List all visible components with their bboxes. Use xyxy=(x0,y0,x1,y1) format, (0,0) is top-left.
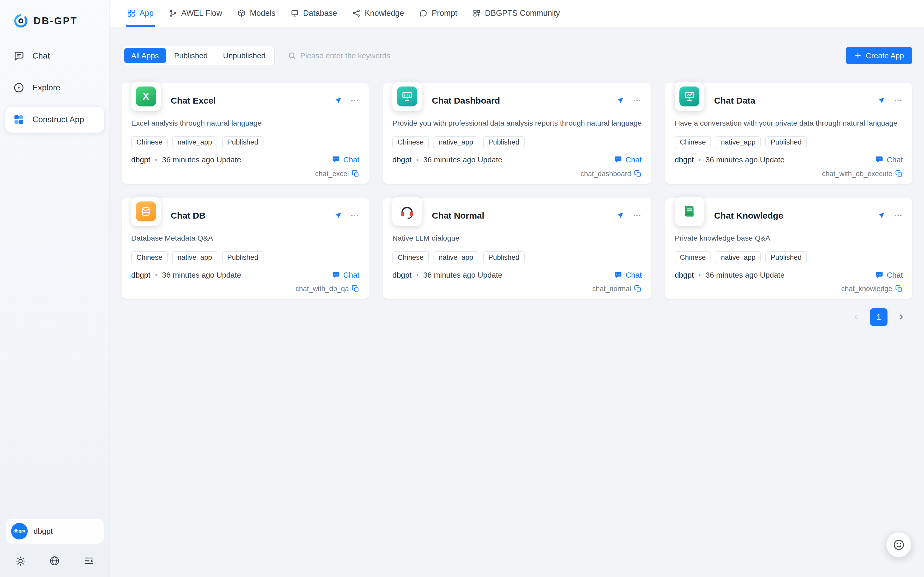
tab-dbgpts-community[interactable]: DBGPTS Community xyxy=(465,0,567,27)
top-navigation: App AWEL Flow Models Database xyxy=(110,0,924,27)
card-header: Chat DB xyxy=(131,205,360,226)
app-icon-frame xyxy=(131,197,161,226)
tag: Published xyxy=(222,251,264,263)
tag: native_app xyxy=(716,136,761,148)
app-code-row: chat_normal xyxy=(392,285,642,293)
prev-page-icon[interactable] xyxy=(848,308,865,326)
app-updated: 36 minutes ago Update xyxy=(423,155,502,164)
more-menu-icon[interactable] xyxy=(632,96,642,105)
tab-knowledge[interactable]: Knowledge xyxy=(345,0,412,27)
flow-branch-icon xyxy=(169,9,177,17)
sidebar-item-explore[interactable]: Explore xyxy=(5,75,104,101)
sidebar-item-construct-app[interactable]: Construct App xyxy=(5,107,104,132)
card-header: Chat Knowledge xyxy=(675,205,903,226)
language-globe-icon[interactable] xyxy=(49,555,60,566)
app-description: Provide you with professional data analy… xyxy=(392,119,642,127)
tag-list: Chinese native_app Published xyxy=(131,136,360,148)
copy-icon[interactable] xyxy=(352,170,360,178)
filter-all-apps[interactable]: All Apps xyxy=(124,48,166,63)
app-code: chat_normal xyxy=(592,285,631,293)
tag: Chinese xyxy=(131,136,167,148)
tag: Published xyxy=(222,136,264,148)
more-menu-icon[interactable] xyxy=(632,211,642,220)
tag: native_app xyxy=(434,251,479,263)
card-actions xyxy=(616,96,642,105)
separator: • xyxy=(155,156,157,164)
app-description: Database Metadata Q&A xyxy=(131,234,360,242)
tab-database[interactable]: Database xyxy=(283,0,345,27)
sidebar-footer xyxy=(0,547,109,577)
chat-button[interactable]: Chat xyxy=(614,271,642,279)
cube-icon xyxy=(237,9,246,17)
theme-toggle-icon[interactable] xyxy=(15,556,26,566)
app-code: chat_dashboard xyxy=(580,170,631,178)
app-icon-frame xyxy=(675,197,704,226)
card-header: Chat Normal xyxy=(392,205,642,226)
copy-icon[interactable] xyxy=(895,170,903,178)
create-app-button[interactable]: Create App xyxy=(846,47,912,64)
more-menu-icon[interactable] xyxy=(893,211,903,220)
page-number[interactable]: 1 xyxy=(870,308,887,326)
filter-published[interactable]: Published xyxy=(167,48,215,63)
tag: native_app xyxy=(434,136,479,148)
sidebar-item-chat[interactable]: Chat xyxy=(5,43,104,69)
chat-button[interactable]: Chat xyxy=(614,155,642,164)
share-pointer-icon[interactable] xyxy=(616,96,625,105)
share-pointer-icon[interactable] xyxy=(877,96,886,105)
tag-list: Chinese native_app Published xyxy=(675,136,903,148)
app-updated: 36 minutes ago Update xyxy=(162,271,241,279)
share-pointer-icon[interactable] xyxy=(616,211,625,220)
filter-unpublished[interactable]: Unpublished xyxy=(216,48,273,63)
tab-prompt[interactable]: Prompt xyxy=(412,0,465,27)
more-menu-icon[interactable] xyxy=(350,96,359,105)
collapse-sidebar-icon[interactable] xyxy=(83,555,94,566)
tag: native_app xyxy=(172,136,217,148)
brand-logo: DB-GPT xyxy=(0,0,109,43)
chat-button[interactable]: Chat xyxy=(875,155,903,164)
share-network-icon xyxy=(352,9,360,17)
copy-icon[interactable] xyxy=(895,285,903,293)
share-pointer-icon[interactable] xyxy=(877,211,886,220)
tab-app[interactable]: App xyxy=(120,0,161,27)
tag-list: Chinese native_app Published xyxy=(392,251,642,263)
chat-button[interactable]: Chat xyxy=(331,271,360,279)
tag: Published xyxy=(483,251,525,263)
tag: Published xyxy=(765,251,807,263)
knowledge-book-app-icon xyxy=(680,201,699,221)
more-menu-icon[interactable] xyxy=(893,96,903,105)
app-title: Chat Normal xyxy=(432,211,484,221)
chat-button[interactable]: Chat xyxy=(331,155,360,164)
app-card-chat-db: Chat DB Database Metadata Q&A Chinese na… xyxy=(122,198,369,299)
user-profile[interactable]: dbgpt dbgpt xyxy=(6,519,104,543)
tag-list: Chinese native_app Published xyxy=(675,251,903,263)
more-menu-icon[interactable] xyxy=(350,211,359,220)
copy-icon[interactable] xyxy=(634,170,642,178)
app-card-chat-excel: X Chat Excel Excel analysis through natu… xyxy=(122,83,369,184)
separator: • xyxy=(416,271,418,279)
copy-icon[interactable] xyxy=(634,285,642,293)
app-card-chat-data: Chat Data Have a conversation with your … xyxy=(665,83,912,184)
separator: • xyxy=(155,271,157,279)
card-actions xyxy=(334,96,360,105)
tab-models[interactable]: Models xyxy=(230,0,283,27)
app-root: DB-GPT Chat Explore xyxy=(0,0,924,577)
feedback-smiley-button[interactable] xyxy=(887,532,911,557)
app-title: Chat DB xyxy=(170,211,206,221)
copy-icon[interactable] xyxy=(352,285,360,293)
chat-bubble-icon xyxy=(875,155,884,164)
search-box xyxy=(282,48,397,63)
card-actions xyxy=(877,96,903,105)
tag: native_app xyxy=(716,251,761,263)
tab-awel-flow[interactable]: AWEL Flow xyxy=(161,0,230,27)
tag: native_app xyxy=(172,251,217,263)
next-page-icon[interactable] xyxy=(892,308,910,326)
plus-icon xyxy=(854,52,862,60)
share-pointer-icon[interactable] xyxy=(334,96,342,105)
chat-button[interactable]: Chat xyxy=(875,271,903,279)
share-pointer-icon[interactable] xyxy=(334,211,342,220)
app-icon-frame xyxy=(392,82,422,111)
search-input[interactable] xyxy=(300,51,391,60)
app-icon-frame: X xyxy=(131,82,161,111)
app-updated: 36 minutes ago Update xyxy=(705,271,785,279)
app-owner: dbgpt xyxy=(675,271,694,279)
